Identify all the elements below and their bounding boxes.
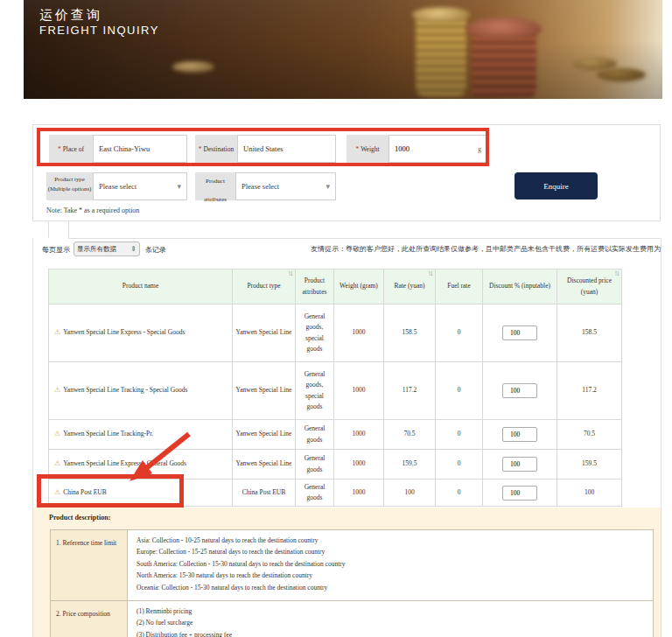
- enquire-button[interactable]: Enquire: [514, 172, 598, 200]
- place-of-label: * Place of: [49, 135, 93, 163]
- product-name-cell[interactable]: ⚠ Yanwen Special Line Tracking - Special…: [49, 362, 233, 420]
- rate-cell: 100: [384, 480, 436, 507]
- discount-input[interactable]: [502, 486, 537, 500]
- coin-flat-icon: [172, 61, 214, 73]
- per-page-select[interactable]: 显示所有数据 ⇕: [74, 242, 140, 256]
- destination-label: * Destination: [195, 135, 237, 163]
- product-type-cell: Yanwen Special Line: [233, 304, 296, 362]
- discount-cell: [483, 480, 557, 507]
- weight-cell: 1000: [334, 420, 384, 450]
- discount-input[interactable]: [502, 326, 537, 340]
- product-attributes-label: Product attributes: [195, 172, 235, 200]
- per-page-prefix-label: 每页显示: [42, 245, 70, 255]
- discounted-price-cell: 158.5: [557, 304, 622, 362]
- coin-flat-icon: [597, 68, 646, 81]
- discount-input[interactable]: [502, 383, 537, 398]
- weight-cell: 1000: [334, 450, 384, 480]
- product-description-table: 1. Reference time limit Asia: Collection…: [50, 529, 654, 637]
- coin-stack-top-icon: [466, 18, 542, 40]
- description-row-content: (1) Renminbi pricing (2) No fuel surchar…: [128, 601, 653, 637]
- product-type-cell: China Post EUB: [233, 480, 296, 507]
- chevron-down-icon: ▾: [326, 182, 330, 191]
- column-header-product-attributes: Product attributes: [296, 270, 334, 304]
- product-type-cell: Yanwen Special Line: [233, 450, 296, 480]
- description-row: 1. Reference time limit Asia: Collection…: [51, 530, 653, 601]
- discounted-price-cell: 70.5: [557, 420, 622, 450]
- product-name-cell[interactable]: ⚠ Yanwen Special Line Express - Special …: [49, 304, 233, 362]
- column-header-weight: Weight (gram): [334, 270, 384, 304]
- product-type-cell: Yanwen Special Line: [233, 362, 296, 420]
- required-note: Note: Take * as a required option: [46, 206, 139, 214]
- sort-icon[interactable]: ⇅: [614, 270, 620, 277]
- description-row-label: 1. Reference time limit: [51, 530, 128, 600]
- product-attributes-select[interactable]: Please select ▾: [235, 172, 336, 200]
- product-description-title: Product description:: [49, 514, 110, 522]
- coin-stack-icon: [472, 26, 536, 98]
- weight-cell: 1000: [334, 362, 384, 420]
- freight-results-table: Product name Product type ⇅ Product attr…: [48, 269, 622, 507]
- column-header-fuel-rate: Fuel rate: [436, 270, 483, 304]
- fuel-rate-cell: 0: [436, 450, 483, 480]
- discount-cell: [483, 304, 557, 362]
- column-header-product-type: Product type ⇅: [233, 270, 296, 304]
- banner: 运价查询 FREIGHT INQUIRY: [24, 0, 662, 99]
- weight-label: * Weight: [346, 135, 388, 163]
- product-description-panel: Product description: 1. Reference time l…: [33, 508, 661, 637]
- fuel-rate-cell: 0: [436, 304, 483, 362]
- product-attributes-cell: General goods: [296, 420, 334, 450]
- product-type-select[interactable]: Please select ▾: [93, 172, 187, 200]
- product-attributes-cell: General goods: [296, 480, 334, 507]
- column-header-product-name: Product name: [49, 270, 233, 304]
- weight-field: g: [388, 135, 487, 163]
- discounted-price-cell: 100: [557, 480, 622, 507]
- product-name-cell[interactable]: ⚠ Yanwen Special Line Tracking-Pr.: [49, 420, 233, 450]
- warning-icon: ⚠: [54, 327, 60, 339]
- results-panel-top-border: [68, 238, 662, 239]
- discounted-price-cell: 117.2: [557, 362, 622, 420]
- inquiry-form-panel: * Place of * Destination * Weight g Prod…: [32, 124, 661, 221]
- description-row: 2. Price composition (1) Renminbi pricin…: [51, 601, 653, 637]
- warning-icon: ⚠: [54, 458, 60, 470]
- rate-cell: 159.5: [384, 450, 436, 480]
- product-attributes-cell: General goods: [296, 450, 334, 480]
- product-type-label: Product type (Multiple options): [46, 172, 93, 200]
- column-header-discount: Discount % (inputable): [483, 270, 557, 304]
- product-name-cell[interactable]: ⚠ Yanwen Special Line Express - General …: [49, 450, 233, 480]
- friendly-notice: 友情提示：尊敬的客户您好，此处所查询结果仅做参考，且中邮类产品未包含干线费，所有…: [311, 244, 661, 254]
- coin-stack-icon: [416, 12, 466, 96]
- coin-flat-icon: [573, 58, 617, 70]
- sort-icon[interactable]: ⇅: [428, 270, 433, 277]
- coin-stack-top-icon: [412, 7, 470, 23]
- weight-unit-label: g: [478, 145, 481, 153]
- required-asterisk: *: [58, 145, 61, 153]
- fuel-rate-cell: 0: [436, 420, 483, 450]
- discount-cell: [483, 450, 557, 480]
- column-header-discounted-price: Discounted price (yuan) ⇅: [557, 270, 622, 304]
- weight-input[interactable]: [395, 144, 478, 153]
- divider: [68, 221, 69, 238]
- weight-cell: 1000: [334, 304, 384, 362]
- place-of-input[interactable]: [93, 135, 187, 163]
- required-asterisk: *: [355, 145, 359, 153]
- divider: [48, 221, 49, 238]
- sort-icon[interactable]: ⇅: [288, 270, 293, 277]
- product-name-cell-china-post-eub[interactable]: ⚠ China Post EUB: [49, 480, 233, 507]
- required-asterisk: *: [199, 145, 202, 153]
- column-header-rate: Rate (yuan) ⇅: [384, 270, 436, 304]
- rate-cell: 117.2: [384, 362, 436, 420]
- discount-input[interactable]: [502, 457, 537, 472]
- warning-icon: ⚠: [54, 487, 60, 499]
- per-page-suffix-label: 条记录: [145, 245, 166, 255]
- product-type-cell: Yanwen Special Line: [233, 420, 296, 450]
- discount-cell: [483, 362, 557, 420]
- destination-input[interactable]: [237, 135, 336, 163]
- fuel-rate-cell: 0: [436, 362, 483, 420]
- freight-inquiry-page: 运价查询 FREIGHT INQUIRY * Place of * Destin…: [0, 0, 672, 637]
- product-attributes-cell: General goods, special goods: [296, 362, 334, 420]
- product-attributes-cell: General goods, special goods: [296, 304, 334, 362]
- discounted-price-cell: 159.5: [557, 450, 622, 480]
- discount-input[interactable]: [502, 427, 537, 442]
- banner-title-zh: 运价查询: [39, 7, 102, 24]
- discount-cell: [483, 420, 557, 450]
- rate-cell: 70.5: [384, 420, 436, 450]
